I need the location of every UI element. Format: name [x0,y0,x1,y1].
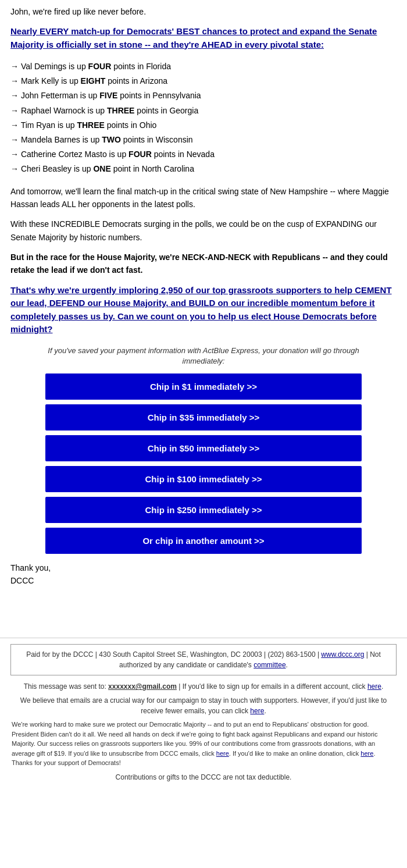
list-item: Mandela Barnes is up TWO points in Wisco… [10,133,397,147]
donate-btn-1[interactable]: Chip in $1 immediately >> [45,373,362,400]
headline-text: Nearly EVERY match-up for Democrats' BES… [10,26,377,49]
dccc-website-link[interactable]: www.dccc.org [321,650,364,659]
donate-btn-50[interactable]: Chip in $50 immediately >> [45,435,362,461]
signup-link[interactable]: here [367,682,381,691]
donation-section: If you've saved your payment information… [10,346,397,554]
actblue-notice: If you've saved your payment information… [45,346,362,367]
donate-btn-100[interactable]: Chip in $100 immediately >> [45,466,362,492]
list-item: Mark Kelly is up EIGHT points in Arizona [10,74,397,88]
footer-fewer-emails: We believe that emails are a crucial way… [10,695,397,716]
cta-text: That's why we're urgently imploring 2,95… [10,285,392,335]
body-para-2: With these INCREDIBLE Democrats surging … [10,218,397,244]
list-item: Catherine Cortez Masto is up FOUR points… [10,147,397,162]
intro-text: John, we're fired up like never before. [10,6,397,18]
list-item: Raphael Warnock is up THREE points in Ge… [10,104,397,118]
cta-link[interactable]: That's why we're urgently imploring 2,95… [10,284,397,336]
donate-link[interactable]: here [360,750,373,757]
closing-thanks: Thank you, [10,563,397,572]
body-para-1: And tomorrow, we'll learn the final matc… [10,185,397,211]
footer-section: Paid for by the DCCC | 430 South Capitol… [0,638,407,788]
paid-for-box: Paid for by the DCCC | 430 South Capitol… [10,644,397,675]
bullet-list: Val Demings is up FOUR points in Florida… [10,59,397,177]
org-name: DCCC [10,576,397,585]
list-item: John Fetterman is up FIVE points in Penn… [10,88,397,103]
footer-nontax: Contributions or gifts to the DCCC are n… [10,773,397,782]
list-item: Cheri Beasley is up ONE point in North C… [10,162,397,176]
footer-small-print: We're working hard to make sure we prote… [10,720,397,768]
bold-para: But in the race for the House Majority, … [10,251,397,277]
list-item: Tim Ryan is up THREE points in Ohio [10,118,397,133]
headline-link[interactable]: Nearly EVERY match-up for Democrats' BES… [10,25,397,51]
fewer-emails-link[interactable]: here [250,707,264,715]
donate-btn-35[interactable]: Chip in $35 immediately >> [45,404,362,431]
list-item: Val Demings is up FOUR points in Florida [10,59,397,74]
unsubscribe-link[interactable]: here [216,750,229,757]
footer-sent-to: This message was sent to: xxxxxxx@gmail.… [10,681,397,692]
donate-btn-250[interactable]: Chip in $250 immediately >> [45,497,362,523]
committee-link[interactable]: committee [254,661,285,669]
donate-btn-other[interactable]: Or chip in another amount >> [45,528,362,554]
paid-for-text: Paid for by the DCCC | 430 South Capitol… [26,650,381,669]
